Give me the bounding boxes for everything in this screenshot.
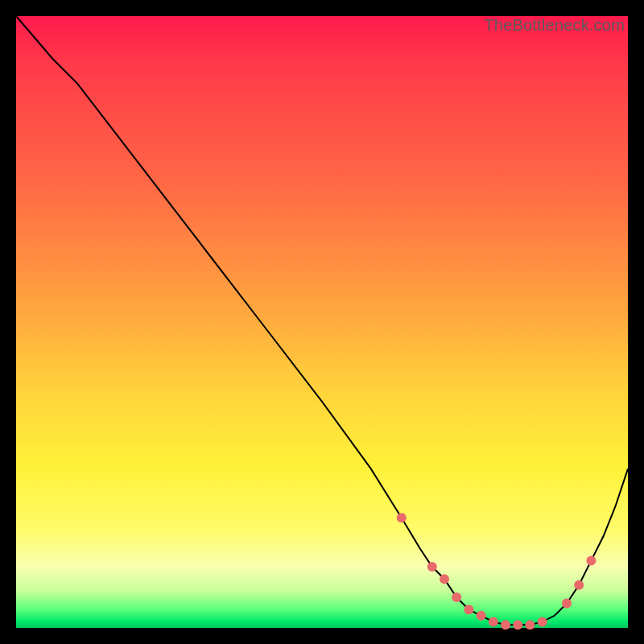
curve-marker [562, 599, 572, 609]
curve-marker [586, 555, 596, 565]
curve-marker [513, 620, 522, 630]
watermark-text: TheBottleneck.com [484, 16, 625, 35]
curve-marker [427, 562, 437, 572]
curve-marker [440, 574, 449, 584]
curve-markers [397, 513, 597, 630]
curve-marker [574, 580, 584, 590]
curve-marker [538, 617, 547, 626]
curve-layer [16, 16, 628, 628]
curve-marker [489, 617, 498, 626]
curve-marker [464, 605, 473, 614]
chart-frame: TheBottleneck.com [16, 16, 628, 628]
bottleneck-curve [16, 16, 628, 625]
curve-marker [477, 611, 486, 621]
curve-marker [525, 620, 535, 630]
curve-marker [452, 592, 461, 602]
curve-marker [501, 620, 510, 630]
curve-marker [397, 513, 407, 522]
plot-area: TheBottleneck.com [16, 16, 628, 628]
